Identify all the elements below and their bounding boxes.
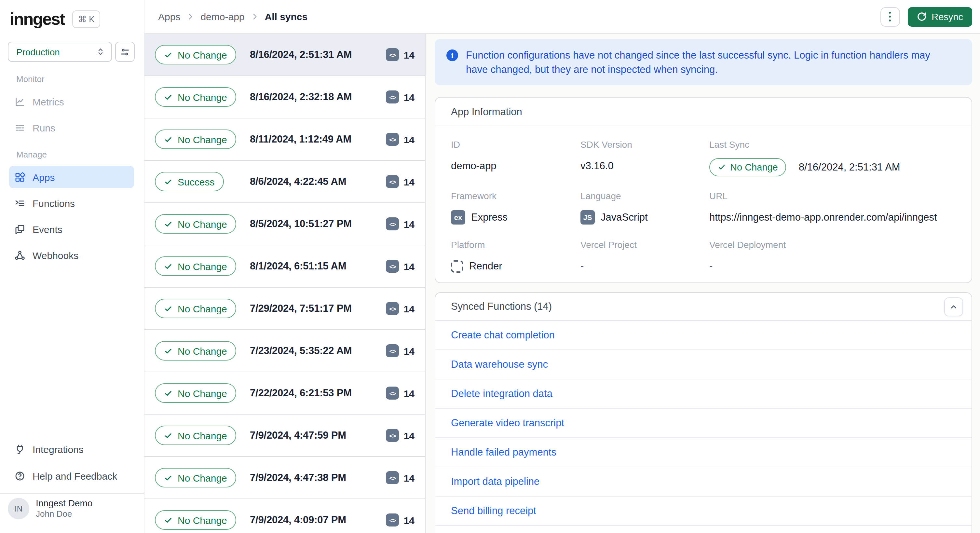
code-icon: <>	[386, 514, 399, 527]
sync-status-badge: No Change	[155, 341, 236, 361]
sidebar-item-runs[interactable]: Runs	[9, 116, 134, 138]
synced-function-link[interactable]: Create chat completion	[451, 329, 555, 341]
sync-timestamp: 8/6/2024, 4:22:45 AM	[250, 176, 346, 188]
command-k-shortcut-badge[interactable]: ⌘ K	[72, 10, 100, 28]
sidebar-item-webhooks[interactable]: Webhooks	[9, 244, 134, 266]
sidebar-item-functions[interactable]: Functions	[9, 192, 134, 214]
sync-timestamp: 7/9/2024, 4:09:07 PM	[250, 514, 346, 526]
sync-status-label: Success	[178, 176, 215, 187]
functions-icon	[14, 197, 25, 208]
sync-status-label: No Change	[178, 261, 227, 272]
breadcrumb-apps[interactable]: Apps	[158, 11, 180, 22]
sync-status-badge: No Change	[155, 468, 236, 487]
code-icon: <>	[386, 344, 399, 357]
field-value-icon: ex	[451, 210, 465, 224]
sync-row[interactable]: No Change 8/16/2024, 2:32:18 AM <> 14	[145, 76, 425, 118]
app-information-grid: ID demo-app SDK Version	[435, 126, 972, 274]
field-value: v3.16.0	[581, 158, 614, 174]
inngest-logo[interactable]: inngest	[10, 9, 64, 29]
check-icon	[164, 51, 172, 59]
sync-row[interactable]: No Change 7/9/2024, 4:47:59 PM <> 14	[145, 415, 425, 457]
sync-function-count: 14	[404, 472, 415, 483]
sync-row[interactable]: No Change 8/16/2024, 2:51:31 AM <> 14	[145, 34, 425, 76]
synced-function-link[interactable]: Import data pipeline	[451, 476, 539, 487]
app-info-field: SDK Version v3.16.0	[581, 139, 709, 177]
sync-timestamp: 7/23/2024, 5:35:22 AM	[250, 345, 352, 356]
sync-row[interactable]: No Change 7/23/2024, 5:35:22 AM <> 14	[145, 330, 425, 372]
sync-timestamp: 7/22/2024, 6:21:53 PM	[250, 387, 352, 399]
environment-settings-button[interactable]	[115, 41, 135, 62]
sync-timestamp: 7/9/2024, 4:47:38 PM	[250, 472, 346, 484]
synced-functions-card: Synced Functions (14) Create chat comple…	[435, 292, 972, 533]
breadcrumb-all-syncs: All syncs	[265, 11, 308, 22]
code-icon: <>	[386, 429, 399, 442]
user-name: John Doe	[36, 509, 92, 519]
synced-function-row: Handle failed payments	[435, 438, 972, 467]
environment-value: Production	[16, 46, 95, 57]
sync-row[interactable]: No Change 8/1/2024, 6:51:15 AM <> 14	[145, 245, 425, 288]
sidebar-item-help[interactable]: Help and Feedback	[9, 465, 134, 487]
environment-select[interactable]: Production	[8, 41, 112, 62]
synced-function-link[interactable]: Generate video transcript	[451, 417, 564, 429]
sync-status-label: No Change	[178, 345, 227, 356]
sync-status-badge: No Change	[155, 214, 236, 234]
sync-timestamp: 8/1/2024, 6:51:15 AM	[250, 260, 346, 272]
field-value: -	[581, 258, 584, 274]
user-menu[interactable]: IN Inngest Demo John Doe	[8, 498, 92, 519]
chevron-right-icon	[186, 13, 194, 21]
code-icon: <>	[386, 91, 399, 103]
synced-function-link[interactable]: Data warehouse sync	[451, 359, 548, 370]
sync-function-count: 14	[404, 430, 415, 441]
sync-function-count: 14	[404, 218, 415, 229]
synced-function-link[interactable]: Send billing receipt	[451, 505, 536, 517]
sync-row[interactable]: No Change 7/9/2024, 4:09:07 PM <> 14	[145, 499, 425, 533]
app-info-field: Platform Render	[451, 240, 581, 274]
code-icon: <>	[386, 48, 399, 61]
chevron-up-down-icon	[95, 47, 105, 57]
synced-function-link[interactable]: Delete integration data	[451, 388, 552, 399]
sidebar-item-label: Integrations	[33, 444, 84, 455]
sync-row[interactable]: No Change 8/5/2024, 10:51:27 PM <> 14	[145, 203, 425, 245]
sync-function-count: 14	[404, 514, 415, 525]
sync-timestamp: 8/11/2024, 1:12:49 AM	[250, 134, 352, 145]
sync-row[interactable]: No Change 7/22/2024, 6:21:53 PM <> 14	[145, 372, 425, 415]
more-actions-button[interactable]	[880, 7, 900, 26]
app-info-field: ID demo-app	[451, 139, 581, 177]
sidebar-item-integrations[interactable]: Integrations	[9, 438, 134, 460]
sidebar-item-apps[interactable]: Apps	[9, 166, 134, 188]
app-root: inngest ⌘ K Production Monitor Metrics	[0, 0, 980, 533]
check-icon	[164, 262, 172, 270]
app-info-field: Language JS JavaScript	[581, 191, 709, 225]
resync-button[interactable]: Resync	[907, 7, 972, 26]
synced-function-row: Import data pipeline	[435, 467, 972, 496]
collapse-button[interactable]	[944, 297, 963, 316]
synced-function-row: Send billing receipt	[435, 496, 972, 526]
sync-timestamp: 7/29/2024, 7:51:17 PM	[250, 302, 352, 314]
app-info-field: Vercel Project -	[581, 240, 709, 274]
sync-row[interactable]: No Change 7/29/2024, 7:51:17 PM <> 14	[145, 288, 425, 330]
synced-functions-title: Synced Functions (14)	[451, 301, 552, 312]
sync-status-badge: No Change	[155, 129, 236, 149]
app-information-title: App Information	[435, 98, 972, 126]
check-icon	[164, 473, 172, 482]
synced-function-link[interactable]: Handle failed payments	[451, 446, 556, 458]
check-icon	[164, 389, 172, 397]
sidebar-item-metrics[interactable]: Metrics	[9, 91, 134, 113]
sidebar-item-events[interactable]: Events	[9, 218, 134, 240]
code-icon: <>	[386, 175, 399, 188]
sliders-icon	[120, 46, 130, 57]
sync-row[interactable]: No Change 7/9/2024, 4:47:38 PM <> 14	[145, 457, 425, 499]
field-label: SDK Version	[581, 139, 709, 150]
code-icon: <>	[386, 133, 399, 146]
sync-function-count: 14	[404, 49, 415, 60]
synced-functions-list: Create chat completion Data warehouse sy…	[435, 321, 972, 526]
breadcrumb-demo-app[interactable]: demo-app	[200, 11, 244, 22]
code-icon: <>	[386, 471, 399, 484]
sync-row[interactable]: Success 8/6/2024, 4:22:45 AM <> 14	[145, 161, 425, 203]
code-icon: <>	[386, 260, 399, 273]
sync-function-count: 14	[404, 345, 415, 356]
sync-function-count: 14	[404, 388, 415, 399]
sync-row[interactable]: No Change 8/11/2024, 1:12:49 AM <> 14	[145, 118, 425, 161]
field-label: Platform	[451, 240, 581, 251]
sync-status-badge: No Change	[155, 510, 236, 530]
